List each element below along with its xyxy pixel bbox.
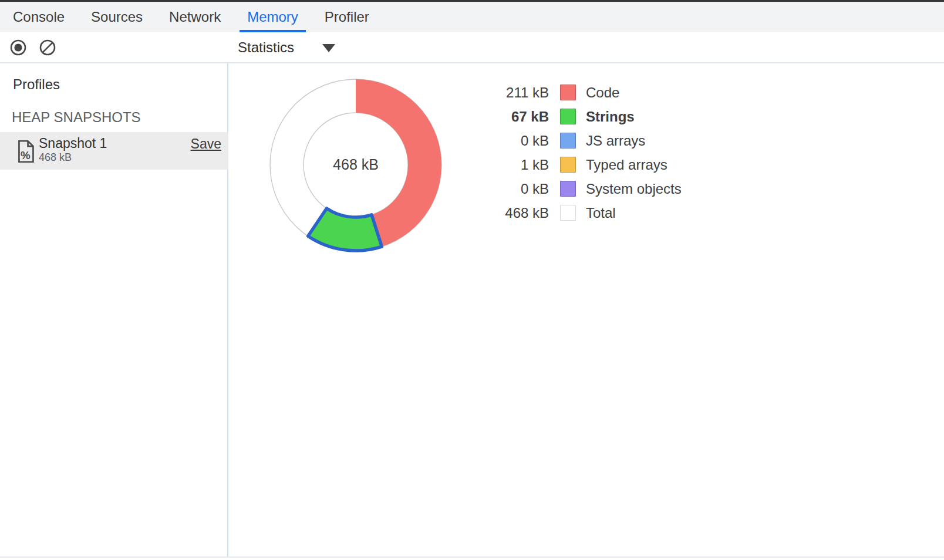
donut-center-total-label: 468 kB bbox=[264, 156, 447, 173]
legend-row-strings[interactable]: 67 kBStrings bbox=[496, 104, 682, 129]
record-icon bbox=[9, 39, 27, 56]
devtools-window: ConsoleSourcesNetworkMemoryProfiler Stat… bbox=[0, 0, 944, 560]
perspective-dropdown-label: Statistics bbox=[238, 39, 294, 56]
legend-row-system-objects[interactable]: 0 kBSystem objects bbox=[496, 177, 682, 201]
legend-row-code[interactable]: 211 kBCode bbox=[496, 80, 682, 104]
devtools-tabbar: ConsoleSourcesNetworkMemoryProfiler bbox=[0, 2, 944, 32]
legend-swatch-icon bbox=[560, 157, 576, 173]
tab-network[interactable]: Network bbox=[169, 2, 221, 32]
heap-snapshot-document-icon: % bbox=[16, 140, 35, 163]
legend-row-typed-arrays[interactable]: 1 kBTyped arrays bbox=[496, 153, 682, 177]
snapshot-size: 468 kB bbox=[39, 151, 72, 164]
legend-label: Code bbox=[586, 85, 619, 101]
triangle-down-icon bbox=[322, 44, 335, 52]
statistics-view: 468 kB 211 kBCode67 kBStrings0 kBJS arra… bbox=[230, 63, 944, 556]
legend-label: Typed arrays bbox=[586, 157, 667, 173]
clear-icon bbox=[39, 39, 56, 56]
legend-value: 468 kB bbox=[496, 205, 549, 221]
legend-value: 211 kB bbox=[496, 85, 549, 101]
legend-value: 0 kB bbox=[496, 133, 549, 149]
tab-sources[interactable]: Sources bbox=[91, 2, 143, 32]
legend-value: 67 kB bbox=[496, 109, 549, 125]
donut-slice-strings[interactable] bbox=[308, 208, 382, 251]
snapshot-list-item[interactable]: % Snapshot 1 468 kB Save bbox=[0, 132, 228, 170]
svg-text:%: % bbox=[21, 149, 31, 161]
snapshot-title: Snapshot 1 bbox=[39, 136, 107, 151]
tab-memory[interactable]: Memory bbox=[247, 2, 298, 32]
perspective-dropdown[interactable]: Statistics bbox=[238, 32, 335, 62]
legend-row-total[interactable]: 468 kBTotal bbox=[496, 201, 682, 225]
clear-profiles-button[interactable] bbox=[39, 39, 56, 56]
tab-profiler[interactable]: Profiler bbox=[325, 2, 369, 32]
legend-label: Total bbox=[586, 205, 616, 221]
profiles-title: Profiles bbox=[13, 76, 60, 93]
record-heap-snapshot-button[interactable] bbox=[9, 39, 27, 56]
legend-swatch-icon bbox=[560, 181, 576, 197]
legend-swatch-icon bbox=[560, 133, 576, 149]
legend-label: System objects bbox=[586, 181, 682, 197]
memory-panel-toolbar: Statistics bbox=[0, 32, 944, 63]
legend-value: 1 kB bbox=[496, 157, 549, 173]
legend-swatch-icon bbox=[560, 109, 576, 124]
heap-snapshots-section-title: HEAP SNAPSHOTS bbox=[12, 109, 141, 126]
chart-legend: 211 kBCode67 kBStrings0 kBJS arrays1 kBT… bbox=[496, 80, 682, 225]
legend-swatch-icon bbox=[560, 85, 576, 100]
profile-controls bbox=[0, 32, 228, 62]
save-snapshot-link[interactable]: Save bbox=[191, 136, 221, 152]
legend-row-js-arrays[interactable]: 0 kBJS arrays bbox=[496, 129, 682, 153]
drawer-divider bbox=[0, 556, 944, 558]
profiles-sidebar: Profiles HEAP SNAPSHOTS % Snapshot 1 468… bbox=[0, 63, 228, 556]
tab-console[interactable]: Console bbox=[13, 2, 65, 32]
legend-label: JS arrays bbox=[586, 133, 645, 149]
legend-label: Strings bbox=[586, 109, 635, 125]
legend-swatch-icon bbox=[560, 205, 576, 221]
legend-value: 0 kB bbox=[496, 181, 549, 197]
